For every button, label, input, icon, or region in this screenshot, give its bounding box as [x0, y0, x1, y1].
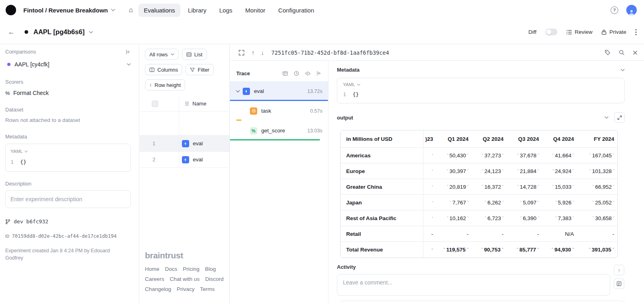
tag-icon[interactable]: [605, 49, 611, 56]
row-height-label: Row height: [155, 82, 181, 88]
diff-toggle[interactable]: [545, 29, 557, 35]
footer-link-changelog[interactable]: Changelog: [145, 286, 171, 292]
table-cell: 14,728: [508, 179, 543, 195]
home-icon[interactable]: ⌂: [129, 6, 133, 14]
table-header-cell: Q3 2024: [508, 130, 543, 148]
footer-link-pricing[interactable]: Pricing: [183, 266, 199, 272]
avatar[interactable]: [626, 5, 637, 15]
comment-input[interactable]: [337, 274, 610, 296]
expand-trace-icon[interactable]: [239, 50, 244, 56]
filter-button[interactable]: Filter: [186, 64, 214, 75]
review-button[interactable]: Review: [566, 29, 592, 35]
table-cell: ": [423, 195, 437, 210]
metadata-section-title: Metadata: [337, 67, 359, 73]
app-logo[interactable]: [6, 5, 16, 15]
collapse-tree-icon[interactable]: [316, 71, 322, 76]
kebab-menu-icon[interactable]: [635, 29, 637, 35]
span-row-get-score[interactable]: % get_score 13.03s: [230, 121, 328, 140]
table-cell: Rest of Asia Pacific: [341, 210, 423, 226]
footer-link-terms[interactable]: Terms: [200, 286, 215, 292]
all-rows-dropdown[interactable]: All rows: [145, 49, 179, 60]
table-cell: 10,162: [437, 210, 473, 226]
help-icon[interactable]: ?: [611, 6, 618, 14]
search-icon[interactable]: [619, 49, 625, 56]
expand-output-button[interactable]: [614, 112, 625, 123]
chevron-down-icon: [357, 84, 360, 86]
rows-table-subheader: [140, 111, 229, 136]
footer-link-docs[interactable]: Docs: [165, 266, 178, 272]
scroll-top-button[interactable]: ↑: [614, 265, 624, 275]
rows-panel: All rows List Columns Filter ↕ Row heigh…: [140, 45, 229, 303]
table-cell: 6,723: [473, 210, 508, 226]
span-row-task[interactable]: task 0.57s: [230, 101, 328, 121]
list-view-button[interactable]: List: [182, 49, 207, 60]
filter-label: Filter: [198, 67, 209, 73]
chevron-down-icon[interactable]: [235, 90, 240, 93]
experiment-dropdown-icon[interactable]: [89, 31, 93, 33]
chevron-down-icon: [111, 9, 115, 11]
footer-link-home[interactable]: Home: [145, 266, 159, 272]
metadata-label: Metadata: [5, 134, 131, 140]
footer-link-careers[interactable]: Careers: [145, 276, 164, 282]
table-view-icon[interactable]: [283, 71, 288, 76]
tab-evaluations[interactable]: Evaluations: [138, 4, 180, 17]
name-header-label: Name: [192, 101, 206, 107]
table-row[interactable]: 1 eval: [140, 136, 229, 152]
collapse-section-icon[interactable]: [621, 69, 625, 71]
footer-link-blog[interactable]: Blog: [205, 266, 216, 272]
previous-row-icon[interactable]: ↑: [252, 49, 255, 56]
next-row-icon[interactable]: ↓: [261, 49, 264, 56]
notes-button[interactable]: [614, 278, 624, 289]
timeline-icon[interactable]: [305, 71, 310, 76]
breadcrumb[interactable]: Fintool / Revenue Breakdown: [23, 7, 115, 14]
footer-link-discord[interactable]: Discord: [205, 276, 224, 282]
experiment-id[interactable]: 70159dd8-d02e-42bc-af44-de17ce1db194: [12, 233, 117, 239]
clock-icon[interactable]: [294, 71, 299, 76]
tab-logs[interactable]: Logs: [214, 4, 238, 17]
experiment-id-row: ID 70159dd8-d02e-42bc-af44-de17ce1db194: [5, 233, 131, 239]
span-name: task: [261, 108, 271, 114]
private-button[interactable]: Private: [601, 29, 626, 35]
footer-link-privacy[interactable]: Privacy: [177, 286, 194, 292]
span-row-eval[interactable]: eval 13.72s: [230, 81, 328, 101]
breadcrumb-text: Fintool / Revenue Breakdown: [23, 7, 108, 14]
row-height-button[interactable]: ↕ Row height: [145, 79, 185, 91]
git-ref[interactable]: dev b6fc932: [5, 218, 131, 225]
footer-link-chat[interactable]: Chat with us: [170, 276, 200, 282]
git-branch-icon: [5, 219, 10, 225]
yaml-format-select[interactable]: YAML: [343, 82, 619, 87]
span-detail: Metadata YAML 1 {} output: [329, 61, 644, 303]
scorer-item[interactable]: % Format Check: [5, 90, 131, 96]
back-button[interactable]: ←: [8, 28, 15, 36]
description-input[interactable]: [5, 190, 131, 208]
table-cell: -: [473, 226, 508, 242]
tab-configuration[interactable]: Configuration: [273, 4, 319, 17]
name-column-header[interactable]: Name: [185, 101, 206, 107]
tab-library[interactable]: Library: [183, 4, 212, 17]
table-row: Retail - - - - N/A -: [341, 226, 618, 242]
table-header-cell: Q4 2024: [543, 130, 578, 148]
metadata-editor: YAML 1 {}: [5, 144, 131, 172]
columns-button[interactable]: Columns: [145, 64, 182, 75]
span-id[interactable]: 7251fc05-71b2-452d-bf8d-1aaf6fb39ce4: [271, 49, 389, 56]
yaml-code[interactable]: {}: [20, 159, 27, 165]
menu-icon: [185, 102, 189, 105]
experiment-status-dot: [25, 30, 28, 34]
review-list-icon: [566, 30, 572, 35]
table-row: Rest of Asia Pacific " 10,162 6,723 6,39…: [341, 210, 618, 226]
task-icon: [250, 107, 257, 115]
tab-monitor[interactable]: Monitor: [240, 4, 270, 17]
table-row[interactable]: 2 eval: [140, 152, 229, 168]
select-all-checkbox[interactable]: [152, 101, 158, 107]
next-section-card: [340, 301, 625, 303]
table-cell: 391,035: [578, 242, 618, 258]
yaml-format-select[interactable]: YAML: [10, 149, 126, 154]
diff-label: Diff: [528, 29, 537, 35]
list-icon: [186, 52, 192, 57]
table-cell: -: [508, 226, 543, 242]
close-icon[interactable]: [633, 50, 638, 55]
git-ref-text: dev b6fc932: [14, 218, 48, 225]
collapse-section-icon[interactable]: [605, 116, 609, 119]
collapse-sidebar-icon[interactable]: [126, 49, 131, 54]
comparison-item[interactable]: AAPL [cy4cfk]: [5, 61, 131, 68]
